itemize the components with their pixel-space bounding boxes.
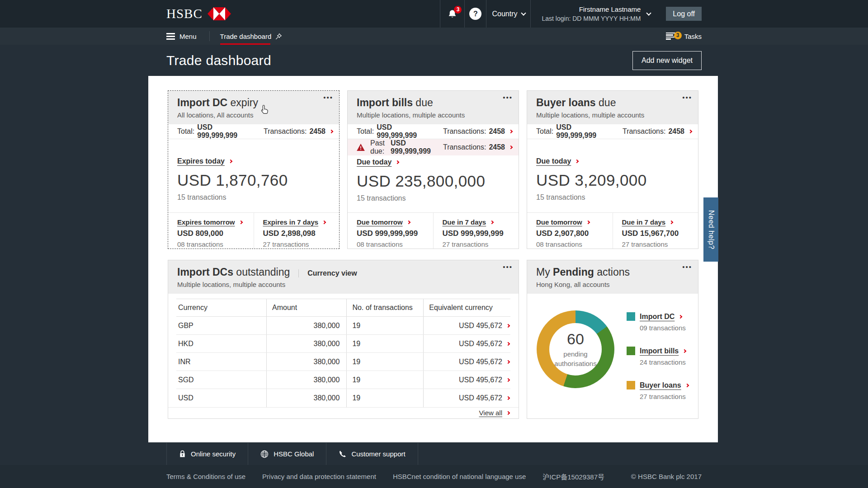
card-title: My Pending actions (536, 266, 680, 278)
more-options-icon[interactable]: ••• (323, 94, 333, 101)
cell-count: 19 (347, 389, 424, 407)
chevron-right-icon (322, 220, 326, 224)
primary-label: Due today (357, 158, 392, 166)
cell-amount: 380,000 (267, 389, 347, 407)
cell-amount: 380,000 (267, 353, 347, 371)
icp-number: 沪ICP备15029387号 (542, 472, 604, 481)
due-tomorrow-link[interactable]: Due tomorrow (357, 218, 410, 226)
terms-link[interactable]: Terms & Conditions of use (166, 473, 245, 480)
due-7-days-section: Due in 7 days USD 999,999,999 27 transac… (433, 213, 519, 249)
table-row[interactable]: USD 380,000 19 USD 495,672 (176, 389, 510, 407)
equivalent-link[interactable]: USD 495,672 (459, 322, 509, 330)
table-row[interactable]: SGD 380,000 19 USD 495,672 (176, 371, 510, 389)
country-dropdown[interactable]: Country (486, 0, 530, 28)
buyer-loans-link[interactable]: Buyer loans (627, 381, 689, 389)
chevron-right-icon (586, 220, 590, 224)
total-label: Total: (357, 127, 374, 136)
cell-equivalent: USD 495,672 (459, 376, 502, 384)
expires-today-link[interactable]: Expires today (177, 157, 232, 165)
card-header: Import bills due Multiple locations, mul… (348, 91, 519, 124)
due-today-link[interactable]: Due today (536, 157, 578, 165)
chevron-right-icon (506, 342, 510, 345)
nav-bar: Menu Trade dashboard 3 (0, 28, 868, 45)
warning-icon (357, 144, 365, 151)
cell-count: 19 (347, 317, 424, 335)
due-today-link[interactable]: Due today (357, 158, 399, 166)
card-totals-row: Total:USD 999,999,999 Transactions:2458 (527, 124, 698, 139)
cell-amount: 380,000 (267, 335, 347, 353)
table-row[interactable]: HKD 380,000 19 USD 495,672 (176, 335, 510, 353)
card-subtitle: Multiple locations, multiple accounts (177, 281, 500, 288)
logoff-button[interactable]: Log off (666, 7, 702, 21)
pending-body: 60 pending authorisations (527, 294, 698, 418)
online-security-link[interactable]: Online security (166, 443, 248, 465)
due-7-days-link[interactable]: Due in 7 days (443, 218, 494, 226)
equivalent-link[interactable]: USD 495,672 (459, 376, 509, 384)
chevron-right-icon (506, 360, 510, 363)
transactions-link[interactable]: Transactions:2458 (443, 127, 512, 136)
expires-7-days-link[interactable]: Expires in 7 days (263, 218, 326, 226)
col-transactions: 08 transactions (536, 240, 609, 248)
card-header: Import DCs outstanding Currency view Mul… (168, 260, 519, 294)
hsbc-global-link[interactable]: HSBC Global (248, 443, 326, 465)
card-my-pending-actions: My Pending actions Hong Kong, all accoun… (527, 260, 698, 419)
equivalent-link[interactable]: USD 495,672 (459, 394, 509, 402)
notifications-button[interactable]: 3 (440, 0, 464, 28)
equivalent-link[interactable]: USD 495,672 (459, 358, 509, 366)
expires-tomorrow-link[interactable]: Expires tomorrow (177, 218, 242, 226)
privacy-link[interactable]: Privacy and data protection statement (262, 473, 376, 480)
import-dc-link[interactable]: Import DC (627, 312, 689, 321)
teal-swatch-icon (627, 312, 635, 321)
cell-currency: USD (176, 389, 267, 407)
chevron-right-icon (330, 130, 333, 133)
tab-trade-dashboard[interactable]: Trade dashboard (210, 28, 289, 45)
card-buyer-loans-due[interactable]: Buyer loans due Multiple locations, mult… (527, 90, 698, 249)
import-bills-link[interactable]: Import bills (627, 347, 689, 355)
due-tomorrow-section: Due tomorrow USD 999,999,999 08 transact… (348, 213, 433, 249)
tasks-button[interactable]: 3 Tasks (666, 28, 702, 45)
chevron-right-icon (406, 220, 410, 224)
more-options-icon[interactable]: ••• (682, 94, 692, 101)
total-label: Total: (177, 127, 194, 136)
more-options-icon[interactable]: ••• (682, 263, 692, 271)
language-condition-link[interactable]: HSBCnet condition of national language u… (393, 473, 526, 480)
notification-badge: 3 (454, 6, 462, 14)
top-header: HSBC (0, 0, 868, 28)
past-due-transactions-link[interactable]: Transactions:2458 (443, 143, 512, 151)
add-new-widget-button[interactable]: Add new widget (632, 51, 702, 70)
card-header: Buyer loans due Multiple locations, mult… (527, 91, 698, 124)
due-tomorrow-section: Due tomorrow USD 2,907,800 08 transactio… (527, 213, 613, 249)
table-row[interactable]: INR 380,000 19 USD 495,672 (176, 353, 510, 371)
due-7-days-link[interactable]: Due in 7 days (622, 218, 673, 226)
card-import-bills-due[interactable]: Import bills due Multiple locations, mul… (347, 90, 519, 249)
card-subtitle: Multiple locations, multiple accounts (536, 111, 680, 119)
tab-label: Trade dashboard (220, 33, 272, 40)
need-help-tab[interactable]: Need help? (703, 197, 718, 262)
card-main: Due today USD 3,209,000 15 transactions (527, 139, 698, 212)
transactions-link[interactable]: Transactions:2458 (623, 127, 692, 136)
more-options-icon[interactable]: ••• (503, 94, 513, 101)
hsbc-logo[interactable]: HSBC (166, 0, 231, 28)
legend-item-import-bills: Import bills 24 transactions (627, 347, 689, 366)
equivalent-link[interactable]: USD 495,672 (459, 340, 509, 348)
nav-left: Menu Trade dashboard (166, 28, 288, 45)
table-row[interactable]: GBP 380,000 19 USD 495,672 (176, 317, 510, 335)
more-options-icon[interactable]: ••• (503, 263, 513, 271)
user-menu[interactable]: Firstname Lastname Last login: DD MMM YY… (530, 0, 659, 28)
menu-button[interactable]: Menu (166, 28, 209, 45)
pin-icon[interactable] (275, 33, 282, 40)
phone-icon (339, 450, 346, 458)
due-tomorrow-link[interactable]: Due tomorrow (536, 218, 590, 226)
customer-support-link[interactable]: Customer support (326, 443, 418, 465)
chevron-right-icon (683, 349, 686, 352)
currency-view-toggle[interactable]: Currency view (298, 269, 357, 277)
view-all-link[interactable]: View all (479, 409, 509, 417)
col-label: Due tomorrow (536, 218, 582, 226)
past-due-value: USD 999,999,999 (391, 139, 431, 155)
past-due-alert-row[interactable]: Past due:USD 999,999,999 Transactions:24… (348, 139, 519, 155)
transactions-link[interactable]: Transactions:2458 (264, 127, 333, 136)
total-value: USD 999,999,999 (556, 123, 610, 140)
help-button[interactable]: ? (464, 0, 486, 28)
chevron-right-icon (229, 160, 232, 163)
card-import-dc-expiry[interactable]: Import DC expiry All locations, All acco… (168, 90, 340, 249)
